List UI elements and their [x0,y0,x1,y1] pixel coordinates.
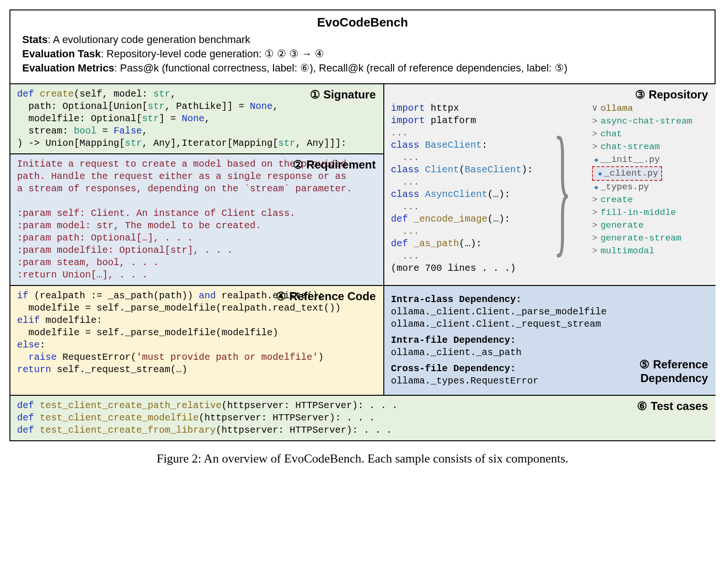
task-line: Evaluation Task: Repository-level code g… [22,48,703,60]
requirement-panel: ② Requirement Initiate a request to crea… [10,154,384,286]
dependency-title: ⑤ ReferenceDependency [639,358,708,385]
python-file-icon: ◆ [596,169,604,179]
figure-title: EvoCodeBench [22,15,703,30]
requirement-title: ② Requirement [293,158,376,171]
tests-code: def test_client_create_path_relative(htt… [17,400,709,437]
brace-icon: } [554,102,571,275]
repository-title: ③ Repository [635,88,708,101]
dependency-panel: Intra-class Dependency: ollama._client.C… [384,286,716,396]
signature-title: ① Signature [310,88,376,101]
figure-container: EvoCodeBench Stats: A evolutionary code … [9,9,716,441]
metrics-line: Evaluation Metrics: Pass@k (functional c… [22,62,703,74]
stats-line: Stats: A evolutionary code generation be… [22,34,703,46]
repository-code: import httpx import platform ... class B… [391,102,533,275]
repository-panel: ③ Repository import httpx import platfor… [384,84,716,286]
signature-panel: ① Signature def create(self, model: str,… [10,84,384,154]
file-tree: ∨ollama >async-chat-stream >chat >chat-s… [592,102,709,275]
tests-panel: ⑥ Test cases def test_client_create_path… [10,396,716,440]
panels-grid: ① Signature def create(self, model: str,… [10,84,715,440]
tests-title: ⑥ Test cases [637,400,708,413]
reference-code-title: ④ Reference Code [276,290,376,303]
intra-file-dependency: Intra-file Dependency: ollama._client._a… [391,334,709,359]
requirement-text: Initiate a request to create a model bas… [17,158,377,281]
figure-caption: Figure 2: An overview of EvoCodeBench. E… [9,452,716,466]
python-file-icon: ◆ [592,183,601,193]
python-file-icon: ◆ [592,156,601,165]
header: EvoCodeBench Stats: A evolutionary code … [10,10,715,84]
intra-class-dependency: Intra-class Dependency: ollama._client.C… [391,294,709,330]
reference-code-panel: ④ Reference Code if (realpath := _as_pat… [10,286,384,396]
